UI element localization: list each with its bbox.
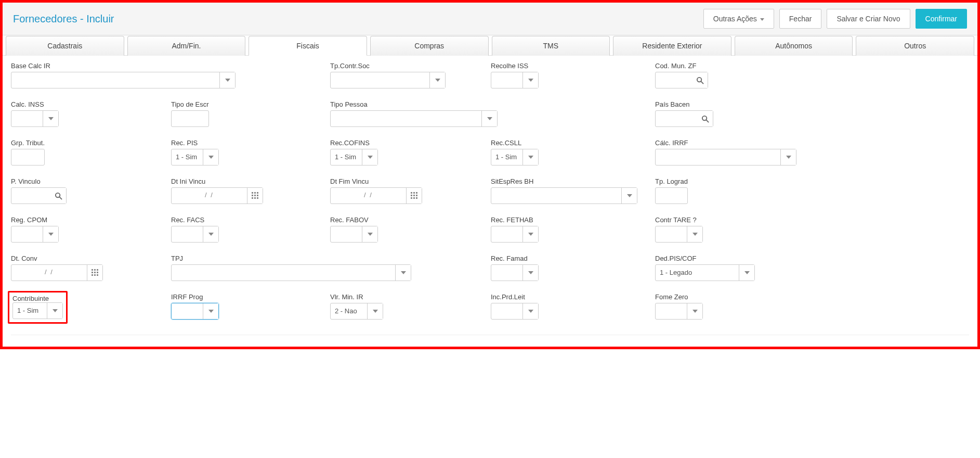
chevron-down-icon[interactable] <box>522 226 538 242</box>
chevron-down-icon[interactable] <box>780 149 796 165</box>
chevron-down-icon[interactable] <box>522 303 538 319</box>
chevron-down-icon[interactable] <box>362 149 377 165</box>
value-ded-piscof[interactable]: 1 - Legado <box>656 265 739 281</box>
input-contribuinte[interactable]: 1 - Sim <box>12 302 63 319</box>
input-tp-lograd[interactable] <box>655 187 688 204</box>
chevron-down-icon[interactable] <box>687 303 702 319</box>
input-cod-mun-zf[interactable] <box>655 72 708 88</box>
input-ded-piscof[interactable]: 1 - Legado <box>655 264 755 281</box>
chevron-down-icon[interactable] <box>43 111 58 126</box>
calendar-icon[interactable] <box>247 188 263 203</box>
chevron-down-icon[interactable] <box>203 303 218 319</box>
input-grp-tribut[interactable] <box>11 149 45 166</box>
input-dt-ini-vincu[interactable]: / / <box>171 187 263 204</box>
value-tipo-pessoa[interactable] <box>331 111 481 126</box>
value-grp-tribut[interactable] <box>11 149 37 165</box>
input-rec-famad[interactable] <box>491 264 539 281</box>
chevron-down-icon[interactable] <box>395 265 411 281</box>
search-icon[interactable] <box>697 111 713 126</box>
value-tipo-escr[interactable] <box>172 111 192 126</box>
input-calc-inss[interactable] <box>11 110 59 127</box>
chevron-down-icon[interactable] <box>203 226 218 242</box>
input-sitespres-bh[interactable] <box>491 187 637 204</box>
value-vlr-min-ir[interactable]: 2 - Nao <box>331 303 367 319</box>
tab-adm-fin-[interactable]: Adm/Fin. <box>127 36 246 56</box>
value-contr-tare[interactable] <box>656 226 687 242</box>
input-calc-irrf[interactable] <box>655 149 796 166</box>
input-tipo-escr[interactable] <box>171 110 209 127</box>
value-base-calc-ir[interactable] <box>11 72 219 88</box>
input-recolhe-iss[interactable] <box>491 72 539 88</box>
chevron-down-icon[interactable] <box>47 303 62 319</box>
value-pais-bacen[interactable] <box>656 111 697 126</box>
value-dt-ini-vincu[interactable]: / / <box>172 188 247 203</box>
chevron-down-icon[interactable] <box>481 111 497 126</box>
chevron-down-icon[interactable] <box>43 226 58 242</box>
tab-compras[interactable]: Compras <box>370 36 489 56</box>
value-rec-csll[interactable]: 1 - Sim <box>491 149 522 165</box>
value-rec-pis[interactable]: 1 - Sim <box>172 149 203 165</box>
chevron-down-icon[interactable] <box>687 226 702 242</box>
value-p-vinculo[interactable] <box>11 188 50 203</box>
value-rec-facs[interactable] <box>172 226 203 242</box>
input-irrf-prog[interactable] <box>171 303 219 320</box>
value-rec-cofins[interactable]: 1 - Sim <box>331 149 362 165</box>
input-rec-csll[interactable]: 1 - Sim <box>491 149 539 166</box>
input-rec-fethab[interactable] <box>491 226 539 243</box>
chevron-down-icon[interactable] <box>367 303 383 319</box>
chevron-down-icon[interactable] <box>522 72 538 88</box>
input-pais-bacen[interactable] <box>655 110 713 127</box>
value-fome-zero[interactable] <box>656 303 687 319</box>
input-fome-zero[interactable] <box>655 303 703 320</box>
input-contr-tare[interactable] <box>655 226 703 243</box>
input-base-calc-ir[interactable] <box>11 72 236 88</box>
input-tipo-pessoa[interactable] <box>330 110 498 127</box>
value-calc-irrf[interactable] <box>656 149 780 165</box>
input-rec-cofins[interactable]: 1 - Sim <box>330 149 378 166</box>
other-actions-button[interactable]: Outras Ações <box>703 9 774 29</box>
tab-residente-exterior[interactable]: Residente Exterior <box>613 36 731 56</box>
value-cod-mun-zf[interactable] <box>656 72 692 88</box>
search-icon[interactable] <box>50 188 66 203</box>
input-tp-contr-soc[interactable] <box>330 72 446 88</box>
close-button[interactable]: Fechar <box>779 9 822 29</box>
input-inc-prd-leit[interactable] <box>491 303 539 320</box>
value-rec-famad[interactable] <box>491 265 522 281</box>
value-contribuinte[interactable]: 1 - Sim <box>13 303 47 319</box>
chevron-down-icon[interactable] <box>522 149 538 165</box>
input-vlr-min-ir[interactable]: 2 - Nao <box>330 303 383 320</box>
calendar-icon[interactable] <box>406 188 422 203</box>
input-p-vinculo[interactable] <box>11 187 67 204</box>
value-sitespres-bh[interactable] <box>491 188 621 203</box>
value-calc-inss[interactable] <box>11 111 43 126</box>
input-dt-fim-vincu[interactable]: / / <box>330 187 422 204</box>
value-inc-prd-leit[interactable] <box>491 303 522 319</box>
input-dt-conv[interactable]: / / <box>11 264 103 281</box>
value-reg-cpom[interactable] <box>11 226 43 242</box>
value-rec-fethab[interactable] <box>491 226 522 242</box>
tab-fiscais[interactable]: Fiscais <box>249 36 367 56</box>
confirm-button[interactable]: Confirmar <box>916 9 967 29</box>
input-rec-pis[interactable]: 1 - Sim <box>171 149 219 166</box>
save-and-new-button[interactable]: Salvar e Criar Novo <box>827 9 910 29</box>
input-rec-facs[interactable] <box>171 226 219 243</box>
search-icon[interactable] <box>692 72 708 88</box>
value-rec-fabov[interactable] <box>331 226 362 242</box>
value-dt-fim-vincu[interactable]: / / <box>331 188 406 203</box>
chevron-down-icon[interactable] <box>429 72 445 88</box>
tab-tms[interactable]: TMS <box>492 36 610 56</box>
value-tpj[interactable] <box>172 265 395 281</box>
value-tp-lograd[interactable] <box>656 188 682 203</box>
value-recolhe-iss[interactable] <box>491 72 522 88</box>
tab-outros[interactable]: Outros <box>856 36 974 56</box>
chevron-down-icon[interactable] <box>203 149 218 165</box>
chevron-down-icon[interactable] <box>362 226 377 242</box>
input-tpj[interactable] <box>171 264 411 281</box>
tab-cadastrais[interactable]: Cadastrais <box>6 36 124 56</box>
chevron-down-icon[interactable] <box>621 188 637 203</box>
input-reg-cpom[interactable] <box>11 226 59 243</box>
chevron-down-icon[interactable] <box>219 72 235 88</box>
value-dt-conv[interactable]: / / <box>11 265 87 281</box>
chevron-down-icon[interactable] <box>739 265 754 281</box>
input-rec-fabov[interactable] <box>330 226 378 243</box>
